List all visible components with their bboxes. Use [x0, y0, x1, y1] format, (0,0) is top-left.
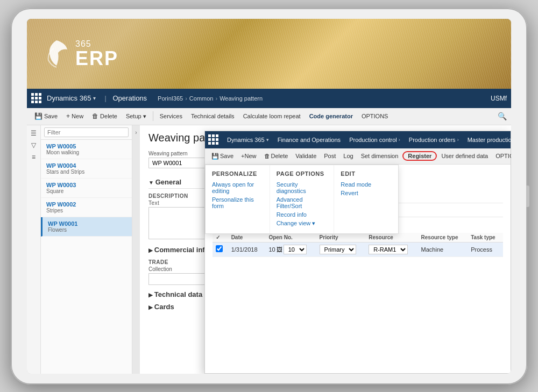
change-view-link[interactable]: Change view ▾: [277, 219, 328, 228]
sidebar-filter-input[interactable]: [44, 127, 129, 137]
dialog-nav-master[interactable]: Master production: [463, 131, 511, 148]
dialog-set-dimension-btn[interactable]: Set dimension: [358, 152, 402, 160]
dialog-new-btn[interactable]: +New: [238, 152, 259, 160]
item-name-wp0001: Flowers: [48, 227, 126, 233]
sidebar: WP W0005 Moon walking WP W0004 Stars and…: [41, 125, 132, 374]
personalize-col-title: PERSONALIZE: [212, 170, 263, 177]
main-area: ☰ ▽ ≡ WP W0005 Moon walking WP W0004 Sta…: [27, 125, 511, 374]
toolbar-separator: [153, 111, 153, 121]
sidebar-item-wp0004[interactable]: WP W0004 Stars and Strips: [41, 159, 132, 179]
prod-orders-chevron: ›: [457, 137, 459, 142]
logo-area: 365 ERP: [43, 38, 118, 70]
filter-icon[interactable]: ▽: [29, 140, 39, 150]
logo-text: 365 ERP: [75, 39, 118, 68]
dialog-register-btn[interactable]: Register: [402, 151, 437, 161]
save-icon: 💾: [34, 112, 43, 120]
col-check: ✓: [213, 233, 228, 243]
sidebar-item-wp0005[interactable]: WP W0005 Moon walking: [41, 140, 132, 159]
security-diagnostics-link[interactable]: Security diagnostics: [277, 180, 328, 195]
nav-brand[interactable]: Dynamics 365 ▾: [47, 94, 96, 102]
tablet-side-button[interactable]: [526, 186, 529, 207]
dialog-post-btn[interactable]: Post: [321, 152, 339, 160]
dialog-nav-production-control[interactable]: Production control ›: [345, 131, 405, 148]
calculate-label: Calculate loom repeat: [243, 113, 301, 119]
dialog-nav-dynamics[interactable]: Dynamics 365 ▾: [223, 131, 273, 148]
row-check-cell[interactable]: [213, 242, 228, 256]
tablet-screen: 365 ERP Dynamics 365 ▾ | Operations Pori…: [27, 19, 511, 374]
technical-details-button[interactable]: Technical details: [188, 111, 238, 121]
item-id-wp0003: WP W0003: [46, 182, 126, 188]
resource-dropdown[interactable]: R-RAM1: [369, 245, 408, 254]
table-row[interactable]: 1/31/2018 10 🖼 10: [213, 242, 503, 256]
dropdown-edit-col: EDIT Read mode Revert: [334, 165, 398, 233]
col-date: Date: [228, 233, 266, 243]
item-name-wp0005: Moon walking: [46, 149, 126, 155]
advanced-filter-link[interactable]: Advanced Filter/Sort: [277, 195, 328, 210]
record-info-link[interactable]: Record info: [277, 210, 328, 219]
row-open-no: 10 🖼 10: [265, 242, 316, 256]
priority-dropdown[interactable]: Primary: [320, 245, 356, 254]
new-icon: +: [66, 112, 70, 120]
nav-bar: Dynamics 365 ▾ | Operations PorinI365 › …: [27, 89, 511, 108]
dialog-grid-icon[interactable]: [208, 134, 218, 145]
save-button[interactable]: 💾 Save: [31, 111, 61, 122]
item-id-wp0002: WP W0002: [46, 201, 126, 208]
item-id-wp0005: WP W0005: [46, 143, 126, 149]
dialog-save-icon: 💾: [211, 153, 219, 160]
sidebar-item-wp0001[interactable]: WP W0001 Flowers: [41, 217, 132, 237]
always-open-link[interactable]: Always open for editing: [212, 180, 263, 195]
item-id-wp0001: WP W0001: [48, 220, 126, 227]
breadcrumb-item-3[interactable]: Weaving pattern: [220, 95, 263, 102]
search-icon[interactable]: 🔍: [498, 112, 507, 120]
dialog-options-btn[interactable]: OPTIONS: [492, 152, 511, 160]
breadcrumb: PorinI365 › Common › Weaving pattern: [158, 95, 491, 102]
delete-button[interactable]: 🗑 Delete: [89, 111, 121, 122]
table-header-row: ✓ Date Open No. Priority Resource Resour…: [213, 233, 503, 243]
open-no-icon: 🖼: [277, 246, 282, 253]
dialog-save-btn[interactable]: 💾 Save: [208, 152, 237, 161]
col-resource: Resource: [365, 233, 417, 243]
services-button[interactable]: Services: [157, 111, 186, 121]
nav-separator: |: [104, 95, 106, 102]
breadcrumb-sep-2: ›: [215, 95, 217, 102]
personalize-form-link[interactable]: Personalize this form: [212, 195, 263, 210]
row-resource-type: Machine: [418, 242, 468, 256]
row-priority: Primary: [316, 242, 366, 256]
prod-control-chevron: ›: [399, 137, 400, 142]
sidebar-collapse-btn[interactable]: ›: [132, 125, 140, 374]
personalize-dropdown: PERSONALIZE Always open for editing Pers…: [205, 165, 399, 234]
dialog-panel: Dynamics 365 ▾ Finance and Operations Pr…: [204, 131, 511, 374]
calculate-button[interactable]: Calculate loom repeat: [240, 111, 304, 121]
sidebar-toolbar: [41, 125, 132, 140]
dialog-log-btn[interactable]: Log: [340, 152, 356, 160]
toolbar-search-area: 🔍: [498, 112, 507, 120]
technical-details-label: Technical details: [191, 113, 235, 119]
sidebar-item-wp0002[interactable]: WP W0002 Stripes: [41, 198, 132, 217]
read-mode-link[interactable]: Read mode: [341, 180, 392, 189]
list-icon[interactable]: ≡: [29, 152, 39, 162]
hamburger-icon[interactable]: ☰: [29, 129, 39, 138]
delete-label: Delete: [100, 113, 117, 119]
dialog-user-data-btn[interactable]: User defined data: [438, 152, 491, 160]
item-name-wp0003: Square: [46, 188, 126, 194]
sidebar-item-wp0003[interactable]: WP W0003 Square: [41, 179, 132, 198]
dialog-delete-btn[interactable]: 🗑 Delete: [261, 152, 292, 160]
row-checkbox[interactable]: [216, 245, 223, 252]
setup-label: Setup ▾: [126, 113, 146, 120]
dialog-nav-finance[interactable]: Finance and Operations: [273, 131, 345, 148]
new-button[interactable]: + New: [63, 111, 87, 122]
nav-module[interactable]: Operations: [113, 94, 147, 102]
open-no-dropdown[interactable]: 10: [284, 245, 307, 254]
breadcrumb-item-2[interactable]: Common: [189, 95, 214, 102]
code-generator-button[interactable]: Code generator: [306, 111, 356, 121]
dialog-validate-btn[interactable]: Validate: [292, 152, 320, 160]
logo-icon: [43, 38, 70, 70]
dialog-nav-production-orders[interactable]: Production orders ›: [405, 131, 463, 148]
app-grid-icon[interactable]: [31, 93, 41, 103]
setup-button[interactable]: Setup ▾: [123, 111, 150, 122]
new-label: New: [72, 113, 83, 119]
breadcrumb-item-1[interactable]: PorinI365: [158, 95, 183, 102]
options-button[interactable]: OPTIONS: [358, 111, 392, 121]
options-label: OPTIONS: [362, 113, 388, 119]
revert-link[interactable]: Revert: [341, 189, 392, 197]
